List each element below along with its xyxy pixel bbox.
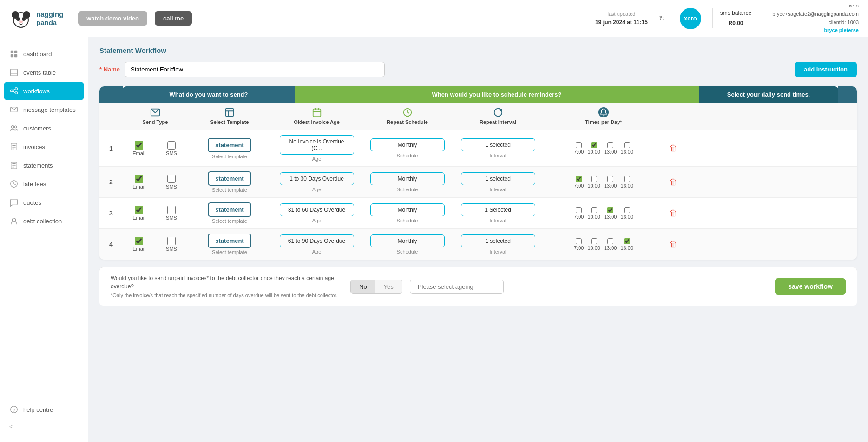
time-checkbox-1300[interactable] [607,176,613,182]
time-checkbox-1000[interactable] [591,176,597,182]
sidebar-item-latefees[interactable]: late fees [0,175,88,193]
sidebar-item-events[interactable]: events table [0,63,88,82]
sidebar-item-debt[interactable]: debt collection [0,212,88,230]
email-checkbox[interactable] [135,237,143,245]
template-button[interactable]: statement [208,234,251,248]
sms-checkbox[interactable] [167,237,176,245]
sidebar-item-invoices[interactable]: invoices [0,137,88,156]
watch-demo-button[interactable]: watch demo video [78,11,147,26]
add-instruction-button[interactable]: add instruction [795,62,857,77]
times-cell: 7:00 10:00 13:00 16:00 [543,234,664,255]
latefee-icon [9,179,19,188]
times-cell: 7:00 10:00 13:00 16:00 [543,171,664,193]
sms-checkbox[interactable] [167,175,176,183]
email-checkbox[interactable] [135,175,143,183]
time-label: 7:00 [574,214,584,220]
interval-input[interactable]: 1 Selected [461,203,535,216]
select-template-label: Select template [212,218,247,224]
email-checkbox[interactable] [135,206,143,214]
time-label: 13:00 [604,149,617,155]
template-cell: statement Select template [188,167,271,197]
time-checkbox-700[interactable] [576,176,582,182]
sh-schedule: Repeat Schedule [362,103,453,130]
time-checkbox-1300[interactable] [607,238,613,244]
interval-cell: 1 selected Interval [453,134,543,163]
template-cell: statement Select template [188,198,271,228]
delete-row-button[interactable]: 🗑 [669,143,677,153]
age-input[interactable]: 1 to 30 Days Overdue [280,172,354,185]
age-input[interactable]: No Invoice is Overdue (C... [280,135,354,155]
time-label: 10:00 [587,245,600,251]
interval-input[interactable]: 1 selected [461,172,535,185]
template-button[interactable]: statement [208,138,251,152]
time-checkbox-1600[interactable] [624,207,630,213]
sh-age: Oldest Invoice Age [271,103,362,130]
schedule-input[interactable]: Monthly [370,234,445,247]
sidebar-item-templates[interactable]: message templates [0,100,88,119]
save-workflow-button[interactable]: save workflow [775,278,846,295]
sidebar-item-quotes[interactable]: quotes [0,193,88,212]
workflow-name-row: * Name add instruction [99,62,857,77]
time-label: 10:00 [587,214,600,220]
sidebar-item-customers[interactable]: customers [0,119,88,137]
select-template-label: Select template [212,154,247,159]
xero-badge[interactable]: xero [680,8,701,29]
time-checkbox-1000[interactable] [591,238,597,244]
user-menu[interactable]: bryce pieterse [772,26,859,35]
sidebar-item-help[interactable]: ? help centre [0,400,88,419]
interval-input[interactable]: 1 selected [461,138,535,151]
template-button[interactable]: statement [208,171,251,186]
time-checkbox-700[interactable] [576,207,582,213]
header-times: Select your daily send times. [699,86,838,103]
template-button[interactable]: statement [208,202,251,217]
delete-row-button[interactable]: 🗑 [669,240,677,249]
sidebar-item-statements[interactable]: statements [0,156,88,175]
sms-label: SMS [166,215,177,221]
refresh-icon[interactable]: ↻ [659,14,665,23]
message-icon [9,105,19,114]
schedule-input[interactable]: Monthly [370,203,445,216]
no-button[interactable]: No [351,280,375,293]
ageing-select[interactable] [410,280,504,294]
time-checkbox-700[interactable] [576,238,582,244]
delete-row-button[interactable]: 🗑 [669,208,677,218]
debt-collector-text: Would you like to send unpaid invoices* … [111,274,343,299]
sidebar-item-dashboard[interactable]: dashboard [0,45,88,63]
svg-point-43 [494,109,502,117]
time-checkbox-1600[interactable] [624,238,630,244]
sms-checkbox[interactable] [167,141,176,150]
sidebar-collapse-button[interactable]: < [0,419,88,435]
svg-rect-9 [14,54,17,57]
page-title: Statement Workflow [99,46,857,54]
table-icon [9,68,19,77]
time-checkbox-1000[interactable] [591,142,597,148]
schedule-input[interactable]: Monthly [370,138,445,151]
time-option: 7:00 [574,142,584,155]
sidebar-label-debt: debt collection [23,218,62,225]
delete-cell: 🗑 [664,208,683,218]
age-input[interactable]: 61 to 90 Days Overdue [280,234,354,247]
workflow-name-input[interactable] [125,62,385,77]
quotes-icon [9,198,19,207]
sms-checkbox[interactable] [167,206,176,214]
email-checkbox[interactable] [135,141,143,150]
schedule-cell: Monthly Schedule [362,230,453,259]
yes-button[interactable]: Yes [375,280,402,293]
email-send-option: Email [123,136,155,162]
time-checkbox-1300[interactable] [607,207,613,213]
delete-cell: 🗑 [664,143,683,153]
schedule-input[interactable]: Monthly [370,172,445,185]
time-checkbox-1300[interactable] [607,142,613,148]
delete-row-button[interactable]: 🗑 [669,177,677,187]
time-checkbox-1600[interactable] [624,142,630,148]
sms-send-option: SMS [155,231,188,257]
sidebar-item-workflows[interactable]: workflows [4,82,84,100]
time-checkbox-700[interactable] [576,142,582,148]
time-checkbox-1600[interactable] [624,176,630,182]
time-checkbox-1000[interactable] [591,207,597,213]
table-subheader: Send Type Select Template Oldest Invoice… [99,103,857,130]
sidebar-label-latefees: late fees [23,181,46,188]
call-me-button[interactable]: call me [155,11,192,26]
interval-input[interactable]: 1 selected [461,234,535,247]
age-input[interactable]: 31 to 60 Days Overdue [280,203,354,216]
